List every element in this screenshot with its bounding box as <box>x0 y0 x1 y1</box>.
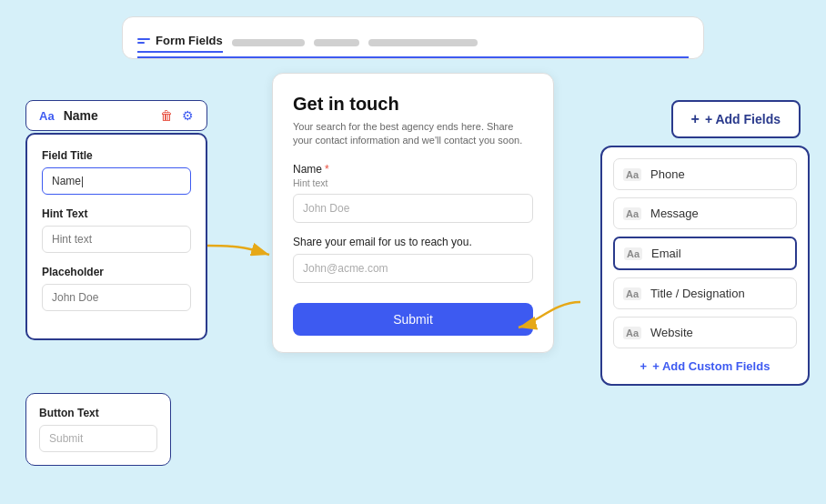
icon-line-2 <box>137 42 145 44</box>
name-label-text: Name <box>293 163 322 176</box>
placeholder-input[interactable] <box>42 284 191 311</box>
button-text-label: Button Text <box>39 407 157 419</box>
field-name-message: Message <box>650 207 699 220</box>
form-description: Your search for the best agency ends her… <box>293 120 533 148</box>
field-aa-phone: Aa <box>623 168 641 181</box>
field-item-email[interactable]: Aa Email <box>613 237 797 270</box>
field-aa-website: Aa <box>623 327 641 339</box>
add-custom-icon: + <box>640 359 648 373</box>
field-title-label: Field Title <box>42 149 191 162</box>
browser-tab-bar: Form Fields <box>137 26 689 58</box>
field-title-section: Field Title <box>42 149 191 195</box>
field-name-phone: Phone <box>650 167 685 181</box>
required-star: * <box>325 163 329 176</box>
field-title-input[interactable] <box>42 167 191 195</box>
browser-chrome: Form Fields <box>122 16 704 59</box>
gear-icon[interactable]: ⚙ <box>182 108 194 123</box>
hint-text-label: Hint Text <box>42 207 191 220</box>
field-item-message[interactable]: Aa Message <box>613 197 797 229</box>
icon-line-1 <box>137 38 150 40</box>
browser-pill-3 <box>368 39 478 46</box>
submit-button[interactable]: Submit <box>293 303 533 336</box>
name-component: Aa Name 🗑 ⚙ Field Title Hint Text Placeh… <box>25 100 207 340</box>
name-field-group: Name * Hint text John Doe <box>293 163 533 223</box>
tab-form-fields[interactable]: Form Fields <box>137 34 223 53</box>
placeholder-section: Placeholder <box>42 266 191 311</box>
field-settings-panel: Field Title Hint Text Placeholder <box>25 133 207 340</box>
field-aa-message: Aa <box>623 207 641 220</box>
add-fields-label: + Add Fields <box>705 112 781 126</box>
field-name-website: Website <box>650 326 693 339</box>
field-aa-title: Aa <box>623 287 641 300</box>
tab-label: Form Fields <box>156 34 223 47</box>
form-preview: Get in touch Your search for the best ag… <box>272 73 554 353</box>
name-aa-label: Aa <box>39 109 55 123</box>
add-fields-icon: + <box>691 111 700 127</box>
add-custom-fields-button[interactable]: + + Add Custom Fields <box>613 356 797 373</box>
email-field-group: Share your email for us to reach you. Jo… <box>293 236 533 283</box>
name-header[interactable]: Aa Name 🗑 ⚙ <box>25 100 207 131</box>
hint-text-display: Hint text <box>293 177 533 188</box>
placeholder-label: Placeholder <box>42 266 191 278</box>
hint-text-input[interactable] <box>42 226 191 253</box>
email-label: Share your email for us to reach you. <box>293 236 533 248</box>
field-item-phone[interactable]: Aa Phone <box>613 158 797 190</box>
field-name-email: Email <box>651 247 681 260</box>
button-text-panel: Button Text <box>25 393 171 466</box>
name-label: Name <box>64 108 151 123</box>
add-custom-label: + Add Custom Fields <box>652 359 770 373</box>
name-field-label: Name * <box>293 163 533 176</box>
trash-icon[interactable]: 🗑 <box>160 108 173 123</box>
button-text-input[interactable] <box>39 425 157 452</box>
add-fields-button[interactable]: + + Add Fields <box>671 100 801 138</box>
field-name-title: Title / Designation <box>650 287 745 300</box>
fields-list-panel: Aa Phone Aa Message Aa Email Aa Title / … <box>600 146 810 386</box>
browser-pill-1 <box>232 39 305 46</box>
field-aa-email: Aa <box>624 247 642 260</box>
field-item-title[interactable]: Aa Title / Designation <box>613 277 797 309</box>
browser-pill-2 <box>314 39 359 46</box>
field-item-website[interactable]: Aa Website <box>613 317 797 348</box>
form-fields-icon <box>137 38 150 44</box>
form-title: Get in touch <box>293 94 533 115</box>
name-input-preview[interactable]: John Doe <box>293 194 533 223</box>
hint-text-section: Hint Text <box>42 207 191 253</box>
email-input-preview[interactable]: John@acme.com <box>293 254 533 283</box>
